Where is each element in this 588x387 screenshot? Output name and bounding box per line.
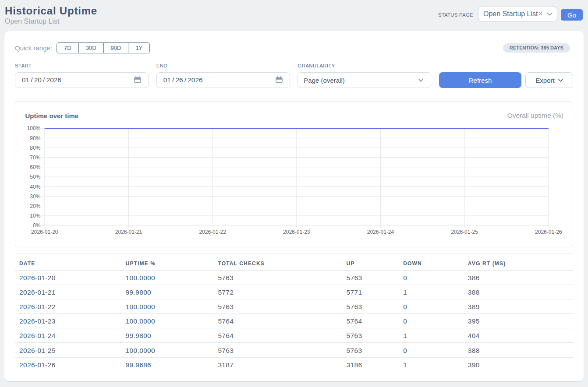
svg-text:30%: 30%: [30, 194, 40, 200]
svg-text:0%: 0%: [33, 222, 41, 229]
svg-text:80%: 80%: [30, 145, 40, 151]
svg-text:20%: 20%: [30, 203, 40, 209]
svg-text:10%: 10%: [30, 213, 40, 219]
svg-text:2026-01-23: 2026-01-23: [283, 229, 310, 235]
svg-text:100%: 100%: [27, 125, 41, 131]
svg-text:2026-01-25: 2026-01-25: [451, 229, 478, 235]
svg-text:40%: 40%: [30, 184, 40, 190]
svg-text:90%: 90%: [30, 135, 40, 141]
svg-text:2026-01-24: 2026-01-24: [367, 229, 394, 235]
svg-text:2026-01-26: 2026-01-26: [535, 229, 562, 235]
svg-text:2026-01-22: 2026-01-22: [199, 229, 226, 235]
svg-text:2026-01-20: 2026-01-20: [31, 229, 58, 235]
svg-text:2026-01-21: 2026-01-21: [115, 229, 142, 235]
svg-text:70%: 70%: [30, 155, 40, 161]
svg-text:50%: 50%: [30, 174, 40, 180]
svg-text:60%: 60%: [30, 164, 40, 170]
